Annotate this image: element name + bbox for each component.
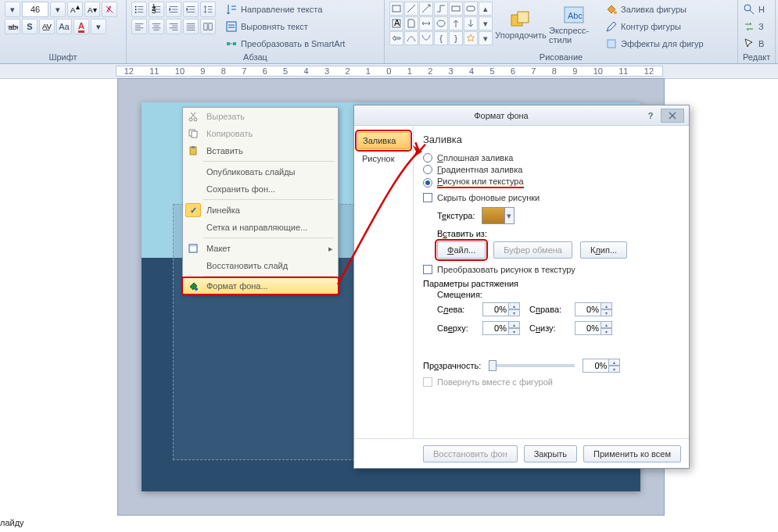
replace-button[interactable]: З (743, 19, 765, 34)
line-spacing-icon[interactable] (200, 2, 216, 17)
texture-dropdown[interactable]: ▾ (505, 207, 514, 224)
ctx-copy[interactable]: Копировать (183, 125, 338, 142)
spin-down-icon[interactable]: ▾ (601, 309, 612, 316)
shape-block-icon[interactable] (389, 31, 403, 45)
bullets-icon[interactable] (131, 2, 147, 17)
shape-star-icon[interactable] (464, 31, 478, 45)
shape-rounded-icon[interactable] (464, 2, 478, 16)
shape-dblarrow-icon[interactable] (419, 16, 433, 30)
clip-button[interactable]: Клип... (580, 241, 627, 259)
clipboard-button[interactable]: Буфер обмена (493, 241, 572, 259)
spin-up-icon[interactable]: ▴ (601, 302, 612, 309)
ctx-paste[interactable]: Вставить (183, 142, 338, 159)
dialog-titlebar[interactable]: Формат фона ? (354, 105, 689, 126)
offset-right-input[interactable]: ▴▾ (575, 302, 617, 316)
align-center-icon[interactable] (149, 19, 164, 34)
ctx-ruler[interactable]: ✓ Линейка (183, 202, 338, 219)
spin-up-icon[interactable]: ▴ (509, 321, 520, 328)
shape-rect2-icon[interactable] (449, 2, 463, 16)
shape-more-icon[interactable]: ▾ (479, 31, 493, 45)
spin-down-icon[interactable]: ▾ (609, 366, 620, 373)
spin-down-icon[interactable]: ▾ (509, 328, 520, 335)
texture-swatch[interactable] (482, 207, 505, 224)
justify-icon[interactable] (183, 19, 199, 34)
align-left-icon[interactable] (131, 19, 147, 34)
shape-line-icon[interactable] (404, 2, 418, 16)
font-size-input[interactable] (22, 2, 48, 17)
ctx-restore[interactable]: Восстановить слайд (183, 257, 338, 274)
shape-doc-icon[interactable] (404, 16, 418, 30)
smartart-button[interactable]: Преобразовать в SmartArt (225, 36, 345, 52)
spin-up-icon[interactable]: ▴ (509, 302, 520, 309)
shape-scroll-up-icon[interactable]: ▴ (479, 2, 493, 16)
horizontal-ruler[interactable]: 1211109876543210123456789101112 (116, 66, 663, 77)
clear-format-icon[interactable] (102, 2, 117, 17)
offset-bottom-input[interactable]: ▴▾ (575, 321, 617, 335)
shape-uparr-icon[interactable] (449, 16, 463, 30)
offset-top-input[interactable]: ▴▾ (482, 321, 525, 335)
shape-arrow-icon[interactable] (419, 2, 433, 16)
shape-oval-icon[interactable] (434, 16, 448, 30)
ctx-layout[interactable]: Макет ▸ (183, 240, 338, 257)
apply-all-button[interactable]: Применить ко всем (583, 445, 681, 462)
spin-up-icon[interactable]: ▴ (601, 321, 612, 328)
grow-font-icon[interactable]: A▴ (67, 2, 83, 17)
shadow-icon[interactable]: S (22, 19, 38, 34)
ctx-save-bg[interactable]: Сохранить фон... (183, 180, 338, 198)
increase-indent-icon[interactable] (183, 2, 199, 17)
close-button[interactable]: Закрыть (524, 445, 577, 462)
shape-curve2-icon[interactable] (419, 31, 433, 45)
align-text-button[interactable]: Выровнять текст (225, 19, 345, 34)
check-tile[interactable]: Преобразовать рисунок в текстуру (423, 265, 679, 274)
text-direction-button[interactable]: Направление текста (225, 2, 345, 17)
shape-textbox-icon[interactable]: A (389, 16, 403, 30)
shape-effects-button[interactable]: Эффекты для фигур (605, 36, 704, 52)
shape-outline-button[interactable]: Контур фигуры (605, 19, 704, 34)
select-button[interactable]: В (743, 36, 765, 52)
shape-rect-icon[interactable] (389, 2, 403, 16)
shape-curve-icon[interactable] (404, 31, 418, 45)
nav-picture[interactable]: Рисунок (357, 151, 410, 166)
radio-picture-fill[interactable]: Рисунок или текстура (423, 177, 679, 188)
ctx-cut[interactable]: Вырезать (183, 108, 338, 125)
ctx-publish[interactable]: Опубликовать слайды (183, 163, 338, 180)
find-button[interactable]: Н (743, 2, 765, 17)
decrease-indent-icon[interactable] (166, 2, 181, 17)
restore-bg-button[interactable]: Восстановить фон (423, 445, 518, 462)
radio-gradient-fill[interactable]: Градиентная заливка (423, 165, 679, 174)
shrink-font-icon[interactable]: A▾ (84, 2, 100, 17)
nav-fill[interactable]: Заливка (357, 132, 410, 149)
arrange-button[interactable]: Упорядочить (496, 2, 546, 48)
ctx-grid[interactable]: Сетка и направляющие... (183, 219, 338, 236)
change-case-icon[interactable]: Aa (56, 19, 72, 34)
dialog-help-button[interactable]: ? (644, 111, 658, 120)
numbering-icon[interactable]: 123 (149, 2, 164, 17)
spin-down-icon[interactable]: ▾ (509, 309, 520, 316)
shape-scroll-down-icon[interactable]: ▾ (479, 16, 493, 30)
file-button[interactable]: Файл... (437, 241, 486, 259)
transparency-input[interactable]: ▴▾ (583, 359, 620, 373)
ctx-format-background[interactable]: Формат фона... (182, 277, 339, 295)
shape-brace-icon[interactable]: { (434, 31, 448, 45)
express-styles-button[interactable]: Abc Экспресс-стили (549, 2, 599, 48)
spin-up-icon[interactable]: ▴ (609, 359, 620, 366)
check-hide-bg[interactable]: Скрыть фоновые рисунки (423, 193, 679, 202)
offset-left-input[interactable]: ▴▾ (482, 302, 525, 316)
columns-icon[interactable] (200, 19, 216, 34)
slider-thumb[interactable] (489, 360, 497, 371)
align-right-icon[interactable] (166, 19, 181, 34)
shape-fill-button[interactable]: Заливка фигуры (605, 2, 704, 17)
transparency-slider[interactable] (489, 364, 575, 367)
shape-downarr-icon[interactable] (464, 16, 478, 30)
spin-down-icon[interactable]: ▾ (601, 328, 612, 335)
shape-gallery[interactable]: ▴ A ▾ { } ▾ (389, 2, 493, 45)
char-spacing-icon[interactable]: AV (39, 19, 55, 34)
font-size-dropdown[interactable]: ▾ (50, 2, 66, 17)
radio-solid-fill[interactable]: Сплошная заливка (423, 153, 679, 162)
shape-brace2-icon[interactable]: } (449, 31, 463, 45)
font-color-dropdown[interactable]: ▾ (91, 19, 106, 34)
font-color-icon[interactable]: A (73, 19, 89, 34)
shape-connector-icon[interactable] (434, 2, 448, 16)
dialog-close-button[interactable] (661, 109, 684, 123)
strikethrough-icon[interactable]: abc (5, 19, 20, 34)
